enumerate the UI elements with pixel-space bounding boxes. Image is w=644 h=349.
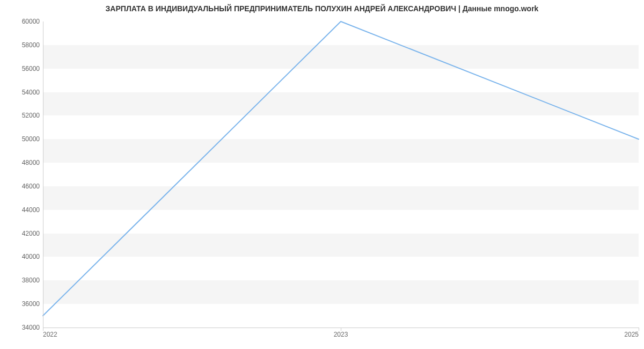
line-series-svg [43,21,639,328]
y-tick-label: 40000 [8,253,40,260]
y-tick-label: 50000 [8,135,40,143]
chart-container: ЗАРПЛАТА В ИНДИВИДУАЛЬНЫЙ ПРЕДПРИНИМАТЕЛ… [0,0,644,349]
y-tick-label: 36000 [8,300,40,308]
x-tick-label: 2023 [334,331,348,338]
plot-area [43,21,639,328]
y-tick-label: 42000 [8,230,40,237]
y-tick-label: 46000 [8,183,40,190]
data-line [43,21,639,316]
x-tick-label: 2025 [624,331,639,338]
y-tick-label: 52000 [8,112,40,119]
y-axis-line [43,21,43,328]
y-tick-label: 44000 [8,206,40,214]
y-tick-label: 56000 [8,65,40,72]
y-tick-label: 48000 [8,159,40,166]
chart-title: ЗАРПЛАТА В ИНДИВИДУАЛЬНЫЙ ПРЕДПРИНИМАТЕЛ… [0,4,644,13]
y-tick-label: 34000 [8,324,40,331]
x-tick-label: 2022 [43,331,57,338]
y-tick-label: 60000 [8,18,40,25]
y-tick-label: 54000 [8,89,40,96]
y-tick-label: 58000 [8,41,40,49]
y-tick-label: 38000 [8,277,40,284]
